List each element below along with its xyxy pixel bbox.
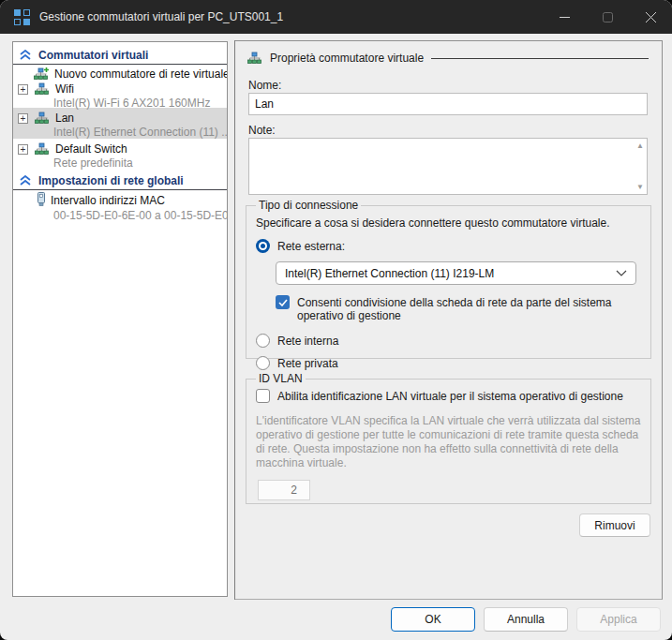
expand-icon[interactable]: + [18, 113, 28, 124]
sidebar-item-new-switch[interactable]: Nuovo commutatore di rete virtuale [13, 67, 227, 82]
connection-type-legend: Tipo di connessione [256, 199, 361, 212]
radio-private-network[interactable]: Rete privata [256, 356, 643, 370]
adapter-dropdown-value: Intel(R) Ethernet Connection (11) I219-L… [285, 267, 616, 280]
network-adapter-icon [37, 192, 46, 209]
connection-type-group: Tipo di connessione Specificare a cosa s… [246, 199, 651, 359]
item-label: Intervallo indirizzi MAC [51, 194, 165, 207]
titlebar: Gestione commutatori virtuali per PC_UTS… [0, 0, 672, 34]
name-input[interactable] [248, 93, 648, 115]
section-header-global-settings[interactable]: Impostazioni di rete globali [13, 171, 227, 190]
name-label: Nome: [248, 79, 281, 92]
radio-label: Rete privata [277, 356, 338, 370]
panel-header: Proprietà commutatore virtuale [247, 52, 649, 65]
minimize-button[interactable] [543, 0, 586, 34]
virtual-switch-icon [35, 82, 51, 96]
notes-textarea[interactable]: ▲ ▼ [248, 138, 648, 195]
connection-description: Specificare a cosa si desidera connetter… [256, 216, 643, 230]
item-sublabel: Rete predefinita [13, 156, 133, 170]
sidebar-subitem-lan-adapter[interactable]: Intel(R) Ethernet Connection (11) ... [13, 125, 227, 139]
radio-internal-network[interactable]: Rete interna [256, 334, 643, 348]
ok-button[interactable]: OK [391, 607, 475, 632]
enable-vlan-checkbox-row[interactable]: Abilita identificazione LAN virtuale per… [256, 389, 643, 403]
adapter-dropdown[interactable]: Intel(R) Ethernet Connection (11) I219-L… [276, 261, 636, 285]
section-title: Commutatori virtuali [38, 49, 148, 62]
panel-title: Proprietà commutatore virtuale [270, 52, 424, 65]
close-button[interactable] [629, 0, 672, 34]
sidebar-item-wifi[interactable]: + Wifi [13, 82, 227, 97]
item-label: Lan [55, 112, 74, 125]
checkbox-label: Consenti condivisione della scheda di re… [297, 295, 643, 322]
item-sublabel: Intel(R) Ethernet Connection (11) ... [13, 126, 228, 139]
switch-properties-panel: Proprietà commutatore virtuale Nome: Not… [235, 40, 663, 600]
sidebar-item-lan[interactable]: + Lan [13, 111, 227, 126]
scroll-up-icon[interactable]: ▲ [636, 141, 644, 150]
window-title: Gestione commutatori virtuali per PC_UTS… [39, 10, 543, 23]
expand-icon[interactable]: + [18, 84, 28, 95]
item-label: Default Switch [55, 142, 127, 156]
notes-label: Note: [248, 124, 276, 137]
chevron-down-icon [616, 270, 627, 276]
virtual-switch-icon [35, 142, 51, 156]
collapse-chevron-icon [20, 175, 31, 186]
scroll-down-icon[interactable]: ▼ [636, 183, 644, 191]
virtual-switch-icon [247, 52, 263, 65]
apply-button: Applica [576, 607, 661, 632]
radio-label: Rete interna [277, 334, 338, 348]
vlan-id-group: ID VLAN Abilita identificazione LAN virt… [246, 372, 651, 504]
radio-selected-icon[interactable] [256, 239, 270, 253]
section-header-virtual-switches[interactable]: Commutatori virtuali [13, 46, 227, 65]
sidebar-subitem-default-network[interactable]: Rete predefinita [13, 156, 227, 170]
hyperv-switch-manager-icon [14, 9, 30, 25]
checkbox-label: Abilita identificazione LAN virtuale per… [277, 389, 623, 403]
radio-label: Rete esterna: [277, 239, 345, 253]
header-rule [431, 58, 649, 59]
item-sublabel: 00-15-5D-E0-6E-00 a 00-15-5D-E0... [13, 209, 228, 222]
item-label: Wifi [55, 82, 74, 96]
radio-unselected-icon[interactable] [256, 356, 270, 370]
cancel-button[interactable]: Annulla [484, 607, 568, 632]
section-title: Impostazioni di rete globali [38, 174, 184, 187]
checkbox-unchecked-icon[interactable] [256, 389, 270, 403]
remove-button[interactable]: Rimuovi [579, 513, 650, 537]
virtual-switch-icon [35, 112, 51, 125]
checkbox-checked-icon[interactable] [276, 295, 290, 309]
item-label: Nuovo commutatore di rete virtuale [54, 67, 228, 81]
sidebar-item-mac-range[interactable]: Intervallo indirizzi MAC [13, 193, 227, 208]
item-sublabel: Intel(R) Wi-Fi 6 AX201 160MHz [13, 97, 210, 110]
switch-list-sidebar: Commutatori virtuali Nuovo commutatore d… [12, 41, 228, 597]
share-adapter-checkbox-row[interactable]: Consenti condivisione della scheda di re… [276, 295, 643, 322]
vlan-legend: ID VLAN [256, 372, 306, 385]
maximize-button [586, 0, 629, 34]
new-switch-icon [34, 67, 50, 81]
virtual-switch-manager-dialog: Gestione commutatori virtuali per PC_UTS… [0, 0, 672, 640]
expand-icon[interactable]: + [18, 144, 28, 155]
radio-unselected-icon[interactable] [256, 334, 270, 348]
collapse-chevron-icon [20, 50, 31, 60]
sidebar-subitem-mac-range-value[interactable]: 00-15-5D-E0-6E-00 a 00-15-5D-E0... [13, 208, 227, 222]
vlan-id-input [258, 480, 310, 500]
vlan-description: L'identificatore VLAN specifica la LAN v… [256, 414, 642, 470]
sidebar-subitem-wifi-adapter[interactable]: Intel(R) Wi-Fi 6 AX201 160MHz [13, 96, 227, 110]
radio-external-network[interactable]: Rete esterna: [256, 239, 643, 253]
sidebar-item-default-switch[interactable]: + Default Switch [13, 141, 227, 156]
